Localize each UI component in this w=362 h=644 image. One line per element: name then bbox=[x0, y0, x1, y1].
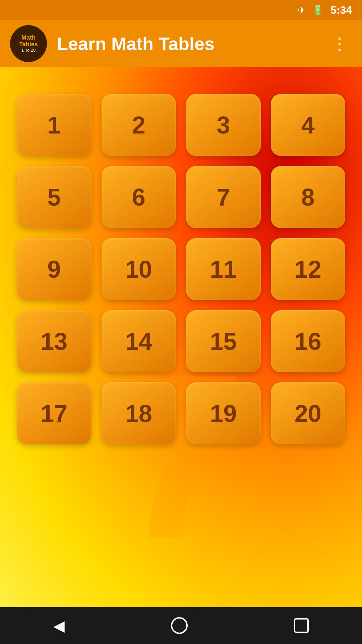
number-btn-14[interactable]: 14 bbox=[102, 310, 176, 372]
home-circle-icon bbox=[171, 617, 188, 634]
number-btn-6[interactable]: 6 bbox=[102, 166, 176, 228]
home-button[interactable] bbox=[161, 612, 198, 639]
logo-line1: Math bbox=[19, 35, 38, 41]
app-bar: Math Tables 1 To 20 Learn Math Tables ⋮ bbox=[0, 20, 362, 67]
app-title: Learn Math Tables bbox=[57, 33, 318, 54]
back-button[interactable]: ◀ bbox=[43, 612, 75, 639]
number-btn-10[interactable]: 10 bbox=[102, 238, 176, 300]
number-grid: 1234567891011121314151617181920 bbox=[0, 67, 362, 465]
number-btn-1[interactable]: 1 bbox=[17, 94, 92, 156]
number-btn-5[interactable]: 5 bbox=[17, 166, 92, 228]
recents-button[interactable] bbox=[284, 613, 319, 638]
status-bar: ✈ 🔋 5:34 bbox=[0, 0, 362, 20]
number-btn-3[interactable]: 3 bbox=[186, 94, 261, 156]
main-content: 7 1234567891011121314151617181920 bbox=[0, 67, 362, 607]
number-btn-11[interactable]: 11 bbox=[186, 238, 261, 300]
number-btn-12[interactable]: 12 bbox=[271, 238, 346, 300]
logo-line2: Tables bbox=[19, 41, 38, 48]
app-logo: Math Tables 1 To 20 bbox=[10, 25, 47, 62]
number-btn-8[interactable]: 8 bbox=[271, 166, 346, 228]
status-time: 5:34 bbox=[330, 4, 352, 16]
number-btn-4[interactable]: 4 bbox=[271, 94, 346, 156]
number-btn-19[interactable]: 19 bbox=[186, 382, 261, 444]
number-btn-9[interactable]: 9 bbox=[17, 238, 92, 300]
battery-icon: 🔋 bbox=[312, 5, 324, 16]
number-btn-16[interactable]: 16 bbox=[271, 310, 346, 372]
logo-line3: 1 To 20 bbox=[19, 48, 38, 53]
recents-square-icon bbox=[294, 618, 309, 633]
number-btn-17[interactable]: 17 bbox=[17, 382, 92, 444]
menu-button[interactable]: ⋮ bbox=[328, 31, 352, 57]
number-btn-2[interactable]: 2 bbox=[102, 94, 176, 156]
number-btn-18[interactable]: 18 bbox=[102, 382, 176, 444]
airplane-icon: ✈ bbox=[298, 5, 305, 16]
number-btn-15[interactable]: 15 bbox=[186, 310, 261, 372]
nav-bar: ◀ bbox=[0, 607, 362, 644]
number-btn-7[interactable]: 7 bbox=[186, 166, 261, 228]
number-btn-13[interactable]: 13 bbox=[17, 310, 92, 372]
number-btn-20[interactable]: 20 bbox=[271, 382, 346, 444]
